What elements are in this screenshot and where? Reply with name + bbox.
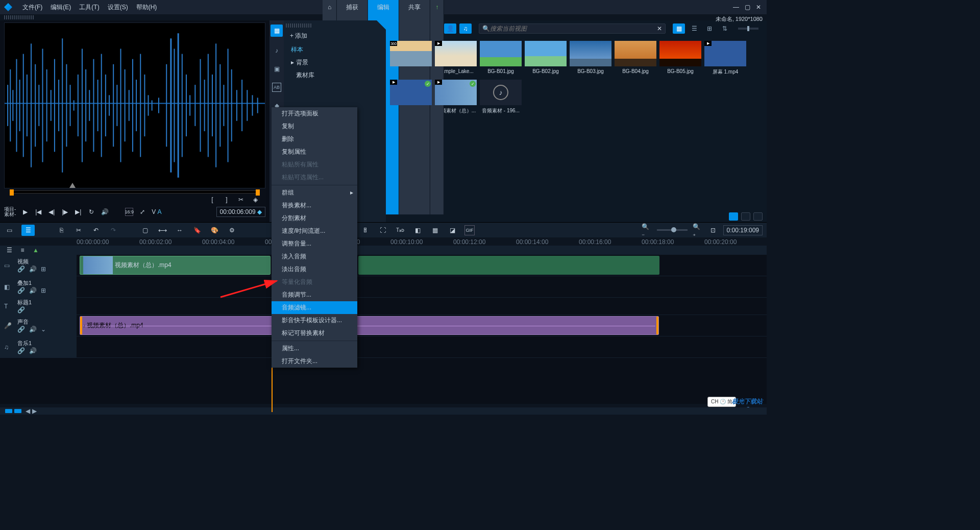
timeline-ruler[interactable]: 00:00:00:0000:00:02:0000:00:04:0000:00:0…: [0, 237, 767, 246]
tool-crop-icon[interactable]: ⛶: [378, 225, 388, 235]
preview-timecode[interactable]: 00:00:06:009 ◆: [216, 207, 265, 217]
sort-icon[interactable]: ⇅: [719, 23, 731, 34]
clip-handle-right[interactable]: [656, 317, 658, 334]
undo-icon[interactable]: ↶: [91, 225, 101, 235]
track-content-voice[interactable]: ♪ 视频素材（总）.mp4: [77, 315, 767, 336]
tab-share[interactable]: 共享: [399, 0, 430, 214]
search-box[interactable]: 🔍 ✕: [479, 23, 666, 34]
ctx-item[interactable]: 打开文件夹...: [272, 355, 357, 368]
tool-gif-icon[interactable]: GIF: [464, 225, 475, 235]
view-list-icon[interactable]: ☰: [688, 23, 700, 34]
mute-icon[interactable]: 🔊: [29, 266, 37, 273]
tool-move-icon[interactable]: ↔: [175, 225, 185, 235]
ctx-item[interactable]: 淡出音频: [272, 263, 357, 276]
add-button[interactable]: + 添加: [284, 29, 386, 43]
media-tab-icon[interactable]: ▦: [271, 25, 283, 37]
go-end-button[interactable]: ▶|: [74, 208, 82, 216]
timeline-view-icon[interactable]: ☰: [21, 225, 35, 236]
aspect-button[interactable]: 16:9: [125, 208, 133, 216]
menu-settings[interactable]: 设置(S): [104, 3, 132, 12]
link-icon[interactable]: 🔗: [17, 266, 25, 273]
link-icon[interactable]: 🔗: [17, 287, 25, 294]
ctx-item[interactable]: 调整音量...: [272, 237, 357, 250]
close-button[interactable]: ✕: [754, 4, 763, 11]
toggle-expand-icon[interactable]: ▲: [32, 246, 40, 254]
tool-tag-icon[interactable]: 🔖: [192, 225, 202, 235]
mark-in-icon[interactable]: [: [208, 196, 216, 204]
track-head-overlay[interactable]: ◧ 叠加1 🔗🔊⊞: [0, 276, 77, 297]
audio-clip[interactable]: ♪ 视频素材（总）.mp4: [80, 316, 659, 335]
view-thumb-icon[interactable]: ▦: [673, 23, 685, 34]
mute-icon[interactable]: 🔊: [29, 326, 37, 333]
mark-out-icon[interactable]: ]: [223, 196, 231, 204]
track-head-title[interactable]: T 标题1 🔗: [0, 298, 77, 315]
tab-upload[interactable]: ↑: [430, 0, 444, 214]
ctx-item[interactable]: 速度/时间流逝...: [272, 225, 357, 237]
footer-icon-3[interactable]: [753, 212, 763, 221]
corner-flag[interactable]: [377, 20, 386, 30]
tool-pip-icon[interactable]: ◧: [412, 225, 423, 235]
go-start-button[interactable]: |◀: [34, 208, 42, 216]
thumbnail[interactable]: ♪音频素材 - 196...: [480, 80, 522, 114]
timeline-timecode[interactable]: 0:00:19:009: [723, 225, 763, 235]
scroll-left-icon[interactable]: ◀: [26, 407, 30, 415]
toggle-list-icon[interactable]: ☰: [5, 246, 13, 254]
thumbnail[interactable]: BG-B02.jpg: [525, 41, 567, 76]
video-clip[interactable]: 视频素材（总）.mp4: [80, 256, 271, 275]
bottom-scrollbar[interactable]: ◀ ▶: [0, 407, 767, 415]
track-content-music[interactable]: [77, 336, 767, 357]
waveform-preview[interactable]: [4, 22, 265, 188]
footer-icon-1[interactable]: [729, 212, 738, 221]
playhead-marker[interactable]: [69, 183, 76, 188]
tree-library[interactable]: 素材库: [284, 69, 386, 82]
footer-icon-2[interactable]: [741, 212, 750, 221]
track-head-voice[interactable]: 🎤 声音 🔗🔊⌄: [0, 315, 77, 336]
thumbnail[interactable]: BG-B01.jpg: [480, 41, 522, 76]
menu-edit[interactable]: 编辑(E): [46, 3, 75, 12]
filter-audio-icon[interactable]: ♫: [459, 23, 472, 34]
link-icon[interactable]: 🔗: [17, 306, 25, 314]
minimize-button[interactable]: —: [732, 4, 740, 11]
track-content-overlay[interactable]: [77, 276, 767, 297]
audio-tab-icon[interactable]: ♪: [272, 46, 281, 55]
track-content-video[interactable]: 视频素材（总）.mp4: [77, 255, 767, 276]
tool-1-icon[interactable]: ⎘: [56, 225, 66, 235]
storyboard-view-icon[interactable]: ▭: [4, 225, 14, 235]
prev-frame-button[interactable]: ◀|: [47, 208, 56, 216]
thumbnail[interactable]: ▶屏幕 1.mp4: [704, 41, 746, 76]
collapse-icon[interactable]: ⌄: [41, 326, 46, 333]
link-icon[interactable]: 🔗: [17, 347, 25, 354]
track-head-video[interactable]: ▭ 视频 🔗🔊⊞: [0, 255, 77, 276]
trim-bar[interactable]: [11, 190, 258, 194]
tool-mixer-icon[interactable]: 🎚: [360, 225, 371, 235]
thumbnail[interactable]: BG-B03.jpg: [570, 41, 611, 76]
filter-photo-icon[interactable]: 👤: [444, 23, 456, 34]
ctx-item[interactable]: 删除: [272, 133, 357, 146]
menu-help[interactable]: 帮助(H): [132, 3, 161, 12]
play-button[interactable]: ▶: [21, 208, 29, 216]
maximize-button[interactable]: ▢: [743, 4, 751, 11]
fx-icon[interactable]: ⊞: [41, 287, 46, 294]
tool-rect-icon[interactable]: ▢: [140, 225, 150, 235]
link-icon[interactable]: 🔗: [17, 326, 25, 333]
track-content-title[interactable]: [77, 298, 767, 315]
tool-color-icon[interactable]: 🎨: [209, 225, 219, 235]
volume-button[interactable]: 🔊: [101, 208, 109, 216]
loop-button[interactable]: ↻: [87, 208, 95, 216]
title-tab-icon[interactable]: AB: [272, 83, 281, 92]
search-input[interactable]: [490, 25, 657, 32]
mute-icon[interactable]: 🔊: [29, 287, 37, 294]
thumb-size-slider[interactable]: [738, 28, 758, 30]
resize-button[interactable]: ⤢: [138, 208, 146, 216]
snapshot-icon[interactable]: ◈: [251, 196, 259, 204]
ctx-item[interactable]: 复制: [272, 120, 357, 133]
zoom-slider[interactable]: [657, 229, 688, 231]
clear-search-icon[interactable]: ✕: [657, 25, 662, 32]
ctx-item[interactable]: 群组▸: [272, 186, 357, 199]
menu-tools[interactable]: 工具(T): [75, 3, 103, 12]
next-frame-button[interactable]: |▶: [61, 208, 69, 216]
ctx-item[interactable]: 属性...: [272, 342, 357, 355]
ctx-item[interactable]: 音频滤镜...: [272, 301, 357, 314]
menu-file[interactable]: 文件(F): [18, 3, 46, 12]
drag-handle[interactable]: [4, 15, 35, 19]
